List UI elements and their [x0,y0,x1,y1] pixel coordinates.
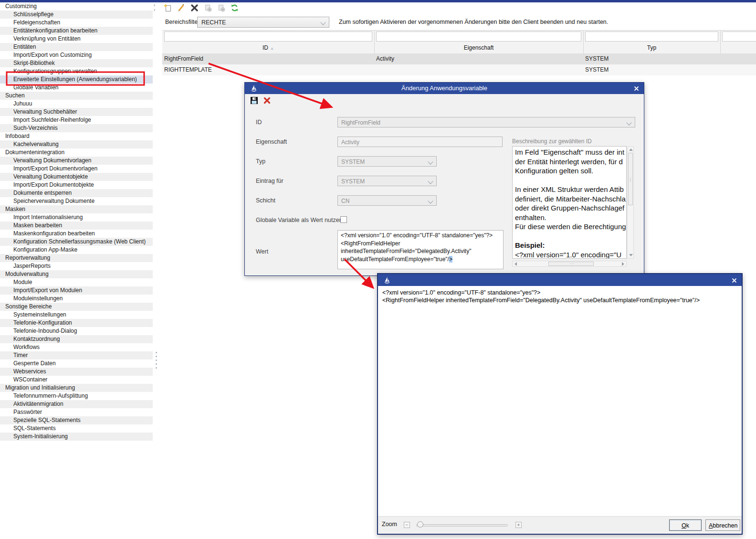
sidebar-item[interactable]: Sonstige Bereiche [0,303,153,311]
sidebar-item[interactable]: Reportverwaltung [0,254,153,262]
cancel-button[interactable]: Abbrechen [705,519,740,531]
sidebar-item[interactable]: Import/Export Dokumentobjekte [0,181,153,189]
sidebar-item[interactable]: Entitätenkonfiguration bearbeiten [0,27,153,35]
ok-button[interactable]: Ok [669,519,702,531]
sidebar-item[interactable]: Dokumente entsperren [0,189,153,197]
save-icon[interactable] [249,95,259,106]
sidebar-item[interactable]: Infoboard [0,132,153,140]
sidebar-item[interactable]: Workflows [0,343,153,351]
sidebar-item[interactable]: Speicherverwaltung Dokumente [0,197,153,205]
cancel-edit-icon[interactable] [262,95,272,106]
duplicate-entry-icon[interactable] [202,3,213,13]
column-filter-input-eigenschaft[interactable] [376,32,581,42]
sidebar-item[interactable]: Verwaltung Suchbehälter [0,108,153,116]
sidebar-item[interactable]: Telefonie-Konfiguration [0,319,153,327]
edit-entry-icon[interactable] [176,3,186,13]
sidebar-item[interactable]: Migration und Initialisierung [0,384,153,392]
sidebar-item[interactable]: Entitäten [0,43,153,51]
refresh-icon[interactable] [229,3,240,13]
eintrag-fuer-combobox[interactable]: SYSTEM [337,176,437,186]
sidebar-item[interactable]: Globale Variablen [0,84,153,92]
xml-view-area[interactable]: <?xml version="1.0" encoding="UTF-8" sta… [378,286,742,516]
sidebar-item[interactable]: Maskenkonfiguration bearbeiten [0,230,153,238]
zoom-in-button[interactable]: + [515,522,522,528]
sidebar-item[interactable]: Masken [0,205,153,213]
sidebar-item[interactable]: System-Initialisierung [0,433,153,441]
sidebar-item[interactable]: SQL-Statements [0,424,153,433]
sidebar-item[interactable]: Konfigurationsgruppen verwalten [0,67,153,75]
scroll-down-icon[interactable] [629,254,633,256]
sidebar-item[interactable]: Passwörter [0,408,153,416]
sidebar-splitter[interactable]: ‹ › [153,2,160,539]
column-header-id[interactable]: ID▲ [162,43,374,53]
column-filter-input-id[interactable] [164,32,372,42]
sidebar-item[interactable]: Skript-Bibliothek [0,59,153,67]
description-hscrollbar[interactable] [512,261,627,267]
collapse-right-icon[interactable]: › [154,8,155,12]
typ-combobox[interactable]: SYSTEM [337,156,437,167]
sidebar-item[interactable]: Feldeigenschaften [0,19,153,27]
schicht-combobox[interactable]: CN [337,195,437,206]
sidebar-item[interactable]: Spezielle SQL-Statements [0,416,153,424]
beschreibung-textbox[interactable]: Im Feld "Eigenschaft" muss der intder En… [512,146,627,259]
dialog2-close-icon[interactable] [731,277,737,284]
sidebar-item[interactable]: Import Internationalisierung [0,213,153,222]
column-header-eigenschaft[interactable]: Eigenschaft [374,43,583,53]
scroll-right-icon[interactable] [622,262,624,266]
sidebar-item[interactable]: Konfiguration Schnellerfassungsmaske (We… [0,238,153,246]
sidebar-item[interactable]: Modulverwaltung [0,270,153,278]
sidebar-item[interactable]: Module [0,278,153,286]
table-row[interactable]: RightFromFieldActivitySYSTEM [162,53,756,64]
sidebar-item[interactable]: Erweiterte Einstellungen (Anwendungsvari… [0,75,153,84]
sidebar-item[interactable]: Customizing [0,2,153,11]
id-combobox[interactable]: RightFromField [337,117,635,127]
sidebar-item[interactable]: Such-Verzeichnis [0,124,153,132]
hscroll-thumb[interactable] [548,262,594,266]
wert-textarea[interactable]: <?xml version="1.0" encoding="UTF-8" sta… [337,230,504,269]
sidebar-item[interactable]: JasperReports [0,262,153,270]
duplicate-entry-alt-icon[interactable] [216,3,226,13]
sidebar-item[interactable]: Telefonie-Inbound-Dialog [0,327,153,335]
vscroll-thumb[interactable] [628,153,633,205]
column-filter-input-extra[interactable] [722,32,756,42]
sidebar-item[interactable]: Masken bearbeiten [0,222,153,230]
sidebar-item[interactable]: Aktivitätenmigration [0,400,153,408]
eigenschaft-field[interactable]: Activity [337,137,503,147]
sidebar-item[interactable]: Juhuuu [0,100,153,108]
sidebar-item[interactable]: Kontaktzuordnung [0,335,153,343]
sidebar-item[interactable]: WSContainer [0,376,153,384]
description-vscrollbar[interactable] [627,146,634,259]
sidebar-item[interactable]: Verknüpfung von Entitäten [0,35,153,43]
sidebar-item[interactable]: Import/Export von Customizing [0,51,153,59]
sidebar-item[interactable]: Systemeinstellungen [0,311,153,319]
zoom-out-button[interactable]: − [404,522,410,528]
sidebar-item[interactable]: Kachelverwaltung [0,140,153,148]
sidebar-item[interactable]: Verwaltung Dokumentvorlagen [0,157,153,165]
sidebar-item[interactable]: Dokumentenintegration [0,148,153,157]
column-header-extra[interactable] [720,43,756,53]
sidebar-item[interactable]: Import/Export Dokumentvorlagen [0,165,153,173]
sidebar-item[interactable]: Konfiguration App-Maske [0,246,153,254]
sidebar-item[interactable]: Verwaltung Dokumentobjekte [0,173,153,181]
sidebar-item[interactable]: Import/Export von Modulen [0,286,153,295]
scroll-left-icon[interactable] [514,262,517,266]
globale-variable-checkbox[interactable] [340,216,347,223]
bereichsfilter-combobox[interactable]: RECHTE [197,17,329,28]
dialog2-titlebar[interactable] [378,274,742,286]
sidebar-item[interactable]: Webservices [0,368,153,376]
zoom-slider-thumb[interactable] [417,521,423,528]
sidebar-item[interactable]: Suchen [0,92,153,100]
sidebar-item[interactable]: Moduleinstellungen [0,295,153,303]
column-filter-input-typ[interactable] [585,32,718,42]
scroll-up-icon[interactable] [629,148,633,151]
sidebar-item[interactable]: Timer [0,351,153,359]
sidebar-item[interactable]: Schlüsselpflege [0,11,153,19]
dialog1-titlebar[interactable]: Änderung Anwendungsvariable [245,83,644,94]
table-row[interactable]: RIGHTTEMPLATESYSTEM [162,64,756,75]
sidebar-item[interactable]: Gesperrte Daten [0,359,153,368]
column-header-typ[interactable]: Typ [583,43,720,53]
zoom-slider-track[interactable] [416,524,508,527]
sidebar-item[interactable]: Telefonnummern-Aufsplittung [0,392,153,400]
dialog1-close-icon[interactable] [633,85,640,92]
delete-entry-icon[interactable] [189,3,200,13]
